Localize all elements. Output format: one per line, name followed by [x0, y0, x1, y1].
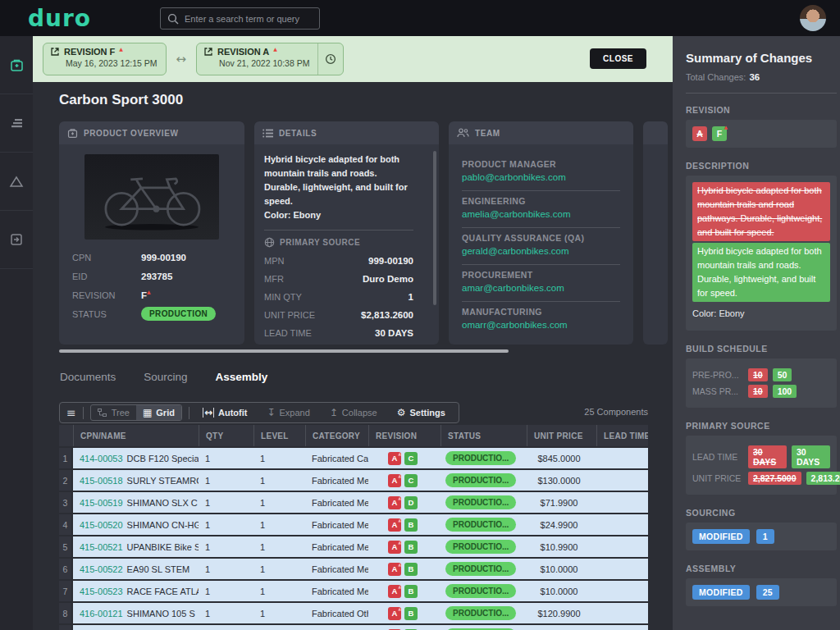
collapse-button[interactable]: ↥ Collapse	[323, 408, 384, 418]
table-row[interactable]: 9 416-00122 Shimano FH500 2 1 Fabricated…	[59, 625, 648, 630]
new-revision-badge: C	[404, 474, 418, 487]
details-title: DETAILS	[279, 129, 317, 138]
cpn-link[interactable]: 416-00121	[80, 609, 123, 619]
table-row[interactable]: 8 416-00121 SHIMANO 105 S 1 1 Fabricated…	[59, 603, 648, 623]
col-revision[interactable]: REVISION	[368, 425, 441, 446]
old-revision-badge: A▲	[388, 585, 401, 598]
menu-icon[interactable]: ≡	[66, 406, 76, 419]
revision-f-pill[interactable]: REVISION F▲ May 16, 2023 12:15 PM	[43, 43, 167, 75]
change-marker-icon: ▲	[398, 584, 401, 589]
status-cell: PRODUCTIO...	[441, 470, 527, 491]
col-lead-time[interactable]: LEAD TIME	[596, 425, 648, 446]
tab-sourcing[interactable]: Sourcing	[144, 371, 187, 383]
details-row-label: MPN	[264, 256, 284, 266]
user-avatar[interactable]	[800, 5, 826, 31]
close-button[interactable]: CLOSE	[590, 48, 646, 69]
primary-source-title: PRIMARY SOURCE	[280, 238, 360, 247]
unit-price-cell: $24.9900	[527, 514, 596, 535]
modified-badge: MODIFIED	[692, 529, 750, 544]
settings-button[interactable]: ⚙ Settings	[390, 408, 452, 418]
assembly-box: MODIFIED 25	[686, 578, 837, 606]
nav-release-item[interactable]	[0, 211, 33, 269]
external-link-icon	[50, 47, 60, 57]
table-row[interactable]: 4 415-00520 SHIMANO CN-HG 1 1 Fabricated…	[59, 514, 648, 535]
total-changes: Total Changes:36	[686, 72, 837, 82]
cpn-link[interactable]: 415-00521	[80, 542, 123, 552]
col-level[interactable]: LEVEL	[253, 425, 305, 446]
status-badge: PRODUCTIO...	[445, 606, 516, 620]
table-row[interactable]: 1 414-00053 DCB F120 Specia 1 1 Fabricat…	[59, 448, 648, 468]
col-status[interactable]: STATUS	[441, 425, 527, 446]
revision-a-pill[interactable]: REVISION A▲ Nov 21, 2022 10:38 PM	[196, 43, 344, 75]
old-revision-badge: A▲	[388, 474, 401, 487]
lead-time-cell	[596, 448, 648, 468]
row-number: 3	[59, 492, 73, 513]
added-description: Hybrid bicycle adapted for both mountain…	[692, 243, 830, 302]
revision-f-date: May 16, 2023 12:15 PM	[66, 58, 158, 68]
details-row: MPN 999-00190	[264, 252, 413, 270]
expand-button[interactable]: ↧ Expand	[260, 408, 316, 418]
lead-time-cell	[596, 625, 648, 630]
table-row[interactable]: 3 415-00519 SHIMANO SLX C 1 1 Fabricated…	[59, 492, 648, 513]
status-badge: PRODUCTION	[141, 307, 216, 321]
lead-time-cell	[596, 559, 648, 579]
col-unit-price[interactable]: UNIT PRICE	[527, 425, 596, 446]
product-description: Hybrid bicycle adapted for both mountain…	[264, 154, 408, 206]
swap-revisions-icon[interactable]: ↔	[176, 52, 187, 66]
new-revision-badge: B	[404, 607, 418, 620]
details-scrollbar[interactable]	[433, 151, 436, 305]
team-email-link[interactable]: gerald@carbonbikes.com	[462, 246, 569, 256]
cpn-link[interactable]: 415-00520	[80, 520, 123, 530]
summary-of-changes-panel: Summary of Changes ? Total Changes:36 RE…	[673, 36, 840, 630]
old-value-chip: 2,827.5000	[748, 472, 801, 485]
revision-cell: A▲ B▲	[368, 625, 441, 630]
tab-documents[interactable]: Documents	[60, 371, 116, 383]
team-email-link[interactable]: amelia@carbonbikes.com	[462, 209, 570, 219]
cpn-name-cell: 414-00053 DCB F120 Specia	[73, 448, 199, 468]
old-value-chip: 10	[748, 385, 768, 398]
team-email-link[interactable]: pablo@carbonbikes.com	[462, 172, 566, 182]
team-email-link[interactable]: omarr@carbonbikes.com	[462, 320, 568, 330]
col-category[interactable]: CATEGORY	[305, 425, 368, 446]
nav-stack-item[interactable]	[0, 94, 33, 153]
nav-products-item[interactable]	[0, 36, 33, 94]
cpn-link[interactable]: 415-00519	[80, 498, 123, 508]
table-row[interactable]: 2 415-00518 SURLY STEAMRO 1 1 Fabricated…	[59, 470, 648, 491]
autofit-button[interactable]: ↔ Autofit	[196, 408, 254, 418]
team-email-link[interactable]: amar@carbonbikes.com	[462, 283, 564, 293]
level-cell: 1	[253, 536, 305, 557]
table-row[interactable]: 6 415-00522 EA90 SL STEM 1 1 Fabricated …	[59, 559, 648, 579]
change-marker-icon: ▲	[398, 495, 401, 500]
part-name: SHIMANO 105 S	[127, 609, 195, 619]
tree-icon	[98, 409, 107, 418]
cpn-link[interactable]: 415-00518	[80, 476, 123, 486]
tab-assembly[interactable]: Assembly	[216, 371, 268, 383]
qty-cell: 2	[199, 625, 253, 630]
cpn-link[interactable]: 415-00522	[80, 564, 123, 574]
col-qty[interactable]: QTY	[199, 425, 253, 446]
total-changes-value: 36	[749, 72, 760, 82]
divider	[189, 407, 189, 419]
tree-view-button[interactable]: Tree	[91, 405, 136, 420]
search-input[interactable]	[185, 14, 308, 24]
cpn-link[interactable]: 414-00053	[80, 454, 123, 463]
revision-cell: A▲ B	[368, 514, 441, 535]
cards-horizontal-scrollbar[interactable]	[59, 349, 509, 353]
lead-time-cell	[596, 470, 648, 491]
details-row-label: MIN QTY	[264, 292, 302, 302]
nav-changes-item[interactable]	[0, 153, 33, 211]
old-value-chip: 10	[748, 368, 768, 381]
history-clock-button[interactable]	[317, 43, 343, 75]
category-cell: Fabricated Metal	[305, 559, 368, 579]
revision-a-label: REVISION A	[217, 47, 269, 57]
team-header: TEAM	[449, 121, 633, 144]
unit-price-cell: $71.9900	[527, 492, 596, 513]
category-cell: Fabricated Carbon ...	[305, 448, 368, 468]
product-image[interactable]	[84, 154, 219, 240]
col-cpn-name[interactable]: CPN/NAME	[73, 425, 199, 446]
table-row[interactable]: 5 415-00521 UPANBIKE Bike S 1 1 Fabricat…	[59, 536, 648, 557]
table-row[interactable]: 7 415-00523 RACE FACE ATLA 1 1 Fabricate…	[59, 581, 648, 601]
cpn-link[interactable]: 415-00523	[80, 587, 123, 596]
grid-view-button[interactable]: ▦ Grid	[136, 405, 181, 420]
search-box[interactable]	[160, 7, 320, 30]
